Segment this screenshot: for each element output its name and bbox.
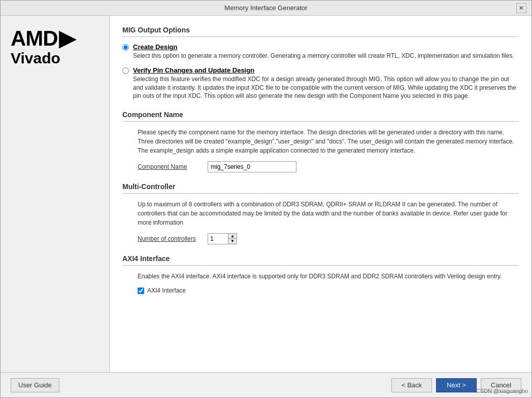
close-button[interactable]: ✕: [516, 3, 526, 13]
multi-controller-desc: Up to maximum of 8 controllers with a co…: [138, 200, 519, 227]
verify-pin-radio[interactable]: [122, 67, 129, 74]
footer-right: < Back Next > Cancel: [391, 378, 521, 392]
footer: User Guide < Back Next > Cancel: [1, 372, 531, 397]
create-design-radio-item: Create Design Select this option to gene…: [122, 43, 519, 60]
back-button[interactable]: < Back: [391, 378, 432, 392]
component-name-section: Component Name Please specify the compon…: [122, 111, 519, 172]
num-controllers-label: Number of controllers: [138, 235, 204, 242]
multi-controller-section: Multi-Controller Up to maximum of 8 cont…: [122, 183, 519, 244]
footer-left: User Guide: [11, 378, 59, 392]
component-name-field-label: Component Name: [138, 163, 204, 170]
create-design-desc: Select this option to generate a memory …: [133, 52, 514, 60]
mig-output-title: MIG Output Options: [122, 26, 519, 37]
axi4-desc: Enables the AXI4 interface. AXI4 interfa…: [138, 272, 519, 281]
component-name-input[interactable]: [208, 161, 296, 172]
cancel-label: Cancel: [491, 381, 511, 389]
axi4-section: AXI4 Interface Enables the AXI4 interfac…: [122, 255, 519, 294]
title-bar: Memory Interface Generator ✕: [1, 1, 531, 16]
vivado-text: Vivado: [11, 50, 60, 67]
content-area: AMD ▶ Vivado MIG Output Options Create D…: [1, 16, 531, 372]
verify-pin-radio-item: Verify Pin Changes and Update Design Sel…: [122, 66, 519, 100]
axi4-title: AXI4 Interface: [122, 255, 519, 266]
cancel-button[interactable]: Cancel: [481, 378, 521, 392]
next-button[interactable]: Next >: [436, 378, 477, 392]
verify-pin-label: Verify Pin Changes and Update Design: [133, 66, 519, 74]
amd-text: AMD: [11, 28, 58, 49]
component-name-title: Component Name: [122, 111, 519, 122]
spinner-down-button[interactable]: ▼: [228, 239, 237, 244]
num-controllers-input-wrapper: ▲ ▼: [208, 233, 237, 244]
create-design-label: Create Design: [133, 43, 514, 51]
multi-controller-title: Multi-Controller: [122, 183, 519, 194]
num-controllers-spinner: ▲ ▼: [228, 233, 237, 244]
component-name-desc: Please specify the component name for th…: [138, 128, 519, 155]
window-title: Memory Interface Generator: [16, 4, 516, 12]
verify-pin-desc: Selecting this feature verifies the modi…: [133, 75, 519, 100]
axi4-checkbox-label: AXI4 Interface: [147, 287, 186, 294]
next-label: Next >: [447, 381, 466, 389]
axi4-checkbox-row: AXI4 Interface: [138, 287, 519, 294]
component-name-content: Please specify the component name for th…: [122, 128, 519, 172]
sidebar: AMD ▶ Vivado: [1, 16, 110, 372]
back-label: < Back: [402, 381, 422, 389]
amd-logo: AMD ▶ Vivado: [11, 26, 99, 67]
main-window: Memory Interface Generator ✕ AMD ▶ Vivad…: [0, 0, 532, 398]
axi4-checkbox[interactable]: [138, 287, 144, 294]
amd-arrow-icon: ▶: [59, 26, 75, 51]
verify-pin-content: Verify Pin Changes and Update Design Sel…: [133, 66, 519, 100]
mig-output-section: MIG Output Options Create Design Select …: [122, 26, 519, 100]
user-guide-button[interactable]: User Guide: [11, 378, 59, 392]
multi-controller-content: Up to maximum of 8 controllers with a co…: [122, 200, 519, 244]
num-controllers-input[interactable]: [208, 233, 228, 244]
create-design-radio[interactable]: [122, 44, 129, 51]
component-name-field-row: Component Name: [138, 161, 519, 172]
main-panel: MIG Output Options Create Design Select …: [110, 16, 531, 372]
num-controllers-field-row: Number of controllers ▲ ▼: [138, 233, 519, 244]
spinner-up-button[interactable]: ▲: [228, 234, 237, 239]
axi4-content: Enables the AXI4 interface. AXI4 interfa…: [122, 272, 519, 294]
user-guide-label: User Guide: [18, 381, 52, 389]
create-design-content: Create Design Select this option to gene…: [133, 43, 514, 60]
